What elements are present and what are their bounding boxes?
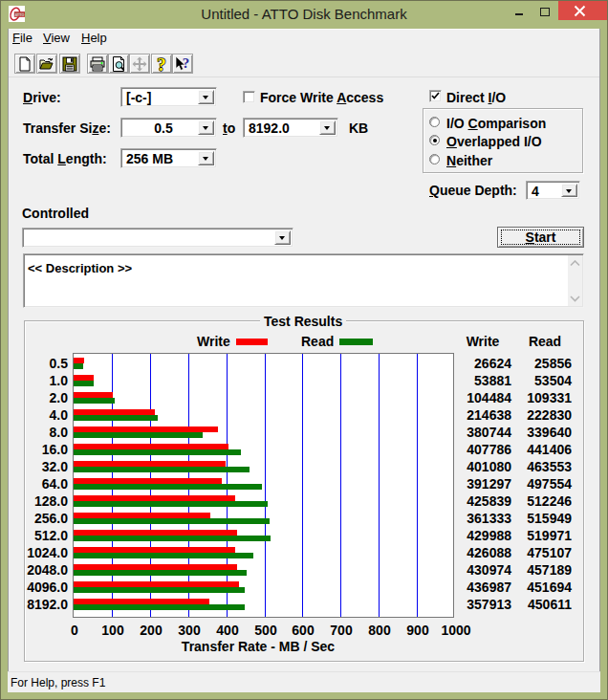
svg-text:ATTO: ATTO: [14, 13, 24, 17]
svg-text:?: ?: [157, 55, 166, 74]
